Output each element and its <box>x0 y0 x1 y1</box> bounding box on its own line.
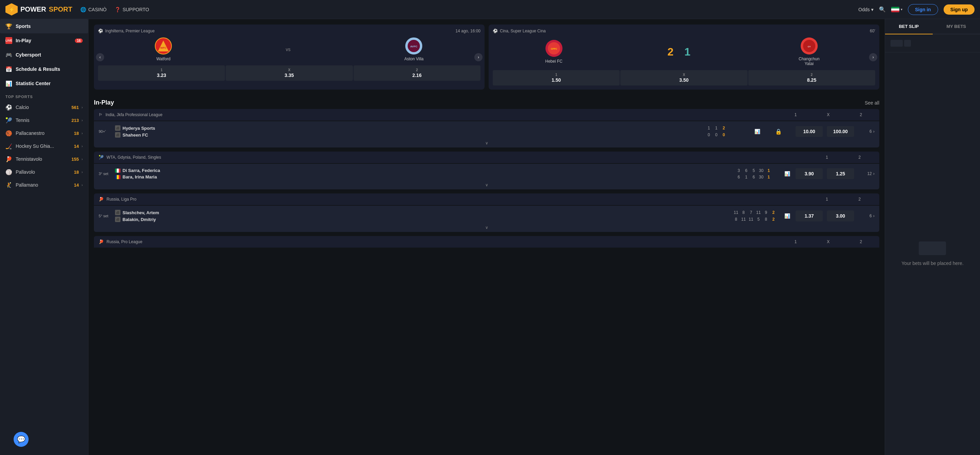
odd-btn-2-x[interactable]: X 3.50 <box>620 70 747 86</box>
teams-row-1: WFC Watford vs AVFC <box>98 37 480 61</box>
next-match-2-button[interactable]: › <box>869 53 877 61</box>
team-row-shaheen: ⬛ Shaheen FC 0 0 0 <box>115 131 749 138</box>
flag-icon <box>891 7 899 12</box>
score-cols-balakin: 8 11 11 5 8 2 <box>733 217 776 222</box>
league-cols-russia: 1 2 <box>813 197 875 202</box>
calcio-count: 561 <box>72 105 79 110</box>
header: ⚡ POWERSPORT 🌐 CASINÒ ❓ SUPPORTO Odds ▾ … <box>0 0 980 19</box>
odds-row-1: 1 3.23 X 3.35 2 2.16 <box>98 65 480 81</box>
sidebar-item-schedule[interactable]: 📅 Schedule & Results <box>0 62 88 76</box>
stats-chart-icon[interactable]: 📊 <box>752 129 762 134</box>
betslip-control-1[interactable] <box>891 40 903 47</box>
sidebar: 🏆 Sports LIVE In-Play 16 🎮 Cybersport 📅 … <box>0 19 89 455</box>
casino-nav[interactable]: 🌐 CASINÒ <box>80 7 107 12</box>
question-icon: ❓ <box>115 7 121 12</box>
tennis-count: 213 <box>72 118 79 123</box>
odd-cell-wta-2[interactable]: 1.25 <box>827 168 854 179</box>
volleyball-icon: 🏐 <box>5 169 12 176</box>
odds-label: Odds <box>859 7 870 12</box>
odd-btn-1-2[interactable]: 2 2.16 <box>353 65 480 81</box>
set-badge-1: 90+' <box>99 129 112 134</box>
sidebar-item-inplay[interactable]: LIVE In-Play 16 <box>0 34 88 48</box>
expand-row-wta: ∨ <box>94 180 879 189</box>
russia-flag-icon: 🏓 <box>99 197 104 202</box>
inplay-title: In-Play <box>94 99 114 106</box>
chat-button[interactable]: 💬 <box>14 432 29 447</box>
expand-btn-india[interactable]: ∨ <box>485 140 488 145</box>
odd-cell-india-1[interactable]: 10.00 <box>795 126 823 137</box>
team-row-slashchev: ⬛ Slashchev, Artem 11 8 7 11 9 2 <box>115 209 779 216</box>
inplay-count: 16 <box>75 38 83 43</box>
odd-cell-russia-2[interactable]: 3.00 <box>827 211 854 221</box>
support-nav[interactable]: ❓ SUPPORTO <box>115 7 149 12</box>
team-row-disarra: Di Sarra, Federica 3 6 5 30 1 <box>115 167 779 174</box>
betslip-tab-mybets[interactable]: MY BETS <box>933 19 980 34</box>
sidebar-sport-tennis[interactable]: 🎾 Tennis 213 › <box>0 114 88 127</box>
set-badge-wta: 3° set <box>99 172 112 176</box>
set-badge-russia: 5° set <box>99 214 112 218</box>
sidebar-item-cybersport[interactable]: 🎮 Cybersport <box>0 48 88 62</box>
score-home: 2 <box>668 46 674 58</box>
sidebar-item-sports[interactable]: 🏆 Sports <box>0 19 88 34</box>
logo-sport: SPORT <box>49 5 73 13</box>
logo-icon: ⚡ <box>5 3 18 16</box>
odd-cell-russia-1[interactable]: 1.37 <box>795 211 823 221</box>
league-name-2: ⚽ Cina, Super League Cina <box>493 29 546 34</box>
hebei-logo: CFFC <box>546 40 563 57</box>
signin-button[interactable]: Sign in <box>908 4 938 15</box>
more-odds-wta[interactable]: 12 › <box>858 171 875 176</box>
stats-chart-russia-icon[interactable]: 📊 <box>782 213 792 219</box>
india-flag-icon: 🏳 <box>99 112 103 117</box>
more-odds-russia[interactable]: 6 › <box>858 214 875 218</box>
sidebar-sport-calcio[interactable]: ⚽ Calcio 561 › <box>0 101 88 114</box>
soccer-icon: ⚽ <box>5 104 12 111</box>
odd-btn-2-2[interactable]: 2 8.25 <box>748 70 875 86</box>
expand-btn-russia[interactable]: ∨ <box>485 225 488 230</box>
shield-slashchev: ⬛ <box>115 210 121 215</box>
sidebar-sport-volleyball[interactable]: 🏐 Pallavolo 18 › <box>0 166 88 179</box>
odd-btn-1-1[interactable]: 1 3.23 <box>98 65 225 81</box>
sidebar-sport-hockey[interactable]: 🏒 Hockey Su Ghia... 14 › <box>0 140 88 153</box>
stats-chart-wta-icon[interactable]: 📊 <box>782 171 792 176</box>
chevron-right-icon: › <box>82 118 83 122</box>
team-hyderya-name: Hyderya Sports <box>123 126 704 131</box>
expand-btn-wta[interactable]: ∨ <box>485 182 488 187</box>
match-teams-wta: Di Sarra, Federica 3 6 5 30 1 Bara, Irin… <box>115 167 779 180</box>
team-slashchev-name: Slashchev, Artem <box>123 210 731 215</box>
betslip-placeholder-graphic <box>919 241 946 255</box>
sidebar-sport-tabletennis[interactable]: 🏓 Tennistavolo 155 › <box>0 153 88 166</box>
betslip-controls <box>885 34 980 53</box>
see-all-link[interactable]: See all <box>865 100 879 105</box>
betslip-tab-active[interactable]: BET SLIP <box>885 19 933 34</box>
odds-selector[interactable]: Odds ▾ <box>859 7 873 12</box>
signup-button[interactable]: Sign up <box>943 5 975 14</box>
more-odds-india[interactable]: 6 › <box>858 129 875 134</box>
expand-row-russia: ∨ <box>94 223 879 232</box>
odd-cell-wta-1[interactable]: 3.90 <box>795 168 823 179</box>
flag-it-icon <box>115 169 121 172</box>
team-bara-name: Bara, Irina Maria <box>123 174 733 179</box>
handball-count: 14 <box>74 182 79 188</box>
language-selector[interactable]: ▾ <box>891 7 902 12</box>
shield-balakin: ⬛ <box>115 217 121 222</box>
trophy-icon: 🏆 <box>5 23 12 30</box>
calendar-icon: 📅 <box>5 66 12 73</box>
svg-text:AVFC: AVFC <box>410 45 417 48</box>
odd-cell-india-2[interactable]: 100.00 <box>827 126 854 137</box>
team-shaheen-name: Shaheen FC <box>123 133 704 137</box>
odd-btn-1-x[interactable]: X 3.35 <box>226 65 353 81</box>
cybersport-icon: 🎮 <box>5 51 12 58</box>
changchun-logo: CY <box>801 37 818 54</box>
sidebar-sport-handball[interactable]: 🤾 Pallamano 14 › <box>0 179 88 192</box>
next-match-button[interactable]: › <box>474 53 482 61</box>
search-icon[interactable]: 🔍 <box>879 6 886 13</box>
russia-liga-name: Russia, Liga Pro <box>107 197 137 202</box>
sidebar-sport-basketball[interactable]: 🏀 Pallacanestro 18 › <box>0 127 88 140</box>
featured-match-2: ⚽ Cina, Super League Cina 60' CFFC He <box>488 24 879 89</box>
sidebar-item-statistic[interactable]: 📊 Statistic Center <box>0 76 88 91</box>
cybersport-label: Cybersport <box>16 52 83 57</box>
odd-btn-2-1[interactable]: 1 1.50 <box>493 70 620 86</box>
prev-match-button[interactable]: ‹ <box>96 53 104 61</box>
betslip-control-2[interactable] <box>904 40 911 47</box>
shield-shaheen: ⬛ <box>115 132 121 137</box>
